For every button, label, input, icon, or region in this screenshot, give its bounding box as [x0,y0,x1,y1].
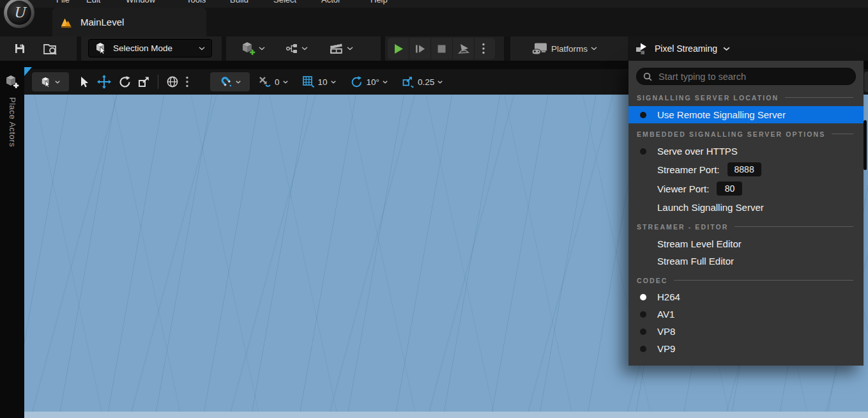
chevron-down-icon [236,81,241,84]
chevron-down-icon [301,47,308,50]
browse-content-button[interactable] [40,36,61,61]
rotate-tool[interactable] [116,72,133,91]
chevron-down-icon [591,47,597,50]
menu-select[interactable]: Select [273,0,296,4]
scale-snap-icon [402,75,415,88]
move-icon [97,75,111,89]
search-input[interactable] [657,71,849,82]
play-button[interactable] [388,38,409,59]
add-cube-icon [241,42,255,56]
section-title: STREAMER - EDITOR [637,223,728,231]
chevron-down-icon [383,81,388,84]
save-icon [13,42,26,55]
menu-actor[interactable]: Actor [321,0,340,4]
platforms-label: Platforms [551,44,588,54]
pixel-streaming-label[interactable]: Pixel Streaming [655,43,717,54]
scale-tool[interactable] [135,72,152,91]
menu-search-box [636,68,856,85]
streamer-port-row: Streamer Port: 8888 [628,160,864,179]
viewer-port-label: Viewer Port: [657,183,709,194]
place-actors-icon [5,75,19,89]
scale-snapping-control[interactable]: 0.25 [402,75,443,88]
add-content-button[interactable] [236,36,270,61]
menu-edit[interactable]: Edit [86,0,100,4]
scrollbar-thumb-sliver[interactable] [864,120,867,170]
menu-item-serve-over-https[interactable]: Serve over HTTPS [628,143,864,160]
menu-item-label: VP8 [657,326,675,337]
stop-button[interactable] [431,38,453,59]
tab-mainlevel[interactable]: MainLevel [52,8,206,36]
frame-skip-icon [415,43,426,54]
globe-icon [166,75,179,88]
world-local-toggle[interactable] [164,72,181,91]
section-rule [674,280,853,281]
viewport-options-button[interactable] [182,72,192,91]
select-tool-dropdown[interactable] [32,72,69,91]
place-actors-tab[interactable] [5,75,19,89]
grid-snapping-control[interactable]: 10 [302,75,336,88]
chevron-down-icon [283,81,288,84]
play-options-button[interactable] [475,38,492,59]
folder-search-icon [43,42,58,56]
menu-item-codec-av1[interactable]: AV1 [628,306,864,323]
main-toolbar: Selection Mode [0,36,868,61]
viewer-port-input[interactable]: 80 [717,182,742,196]
menu-item-launch-signalling-server[interactable]: Launch Signalling Server [628,198,864,216]
menu-bar: File Edit Window Tools Build Select Acto… [0,0,868,8]
play-icon [392,43,404,55]
streamer-port-input[interactable]: 8888 [727,162,761,176]
unreal-editor-window: File Edit Window Tools Build Select Acto… [0,0,868,418]
menu-window[interactable]: Window [126,0,155,4]
surface-snap-icon [257,75,271,88]
select-tool[interactable] [75,72,92,91]
place-actors-label[interactable]: Place Actors [8,97,17,147]
menu-item-stream-level-editor[interactable]: Stream Level Editor [628,235,864,252]
toolbar-divider [504,36,510,61]
kebab-menu-icon [482,43,485,54]
section-rule [785,97,853,98]
radio-dot [640,346,646,352]
menu-item-use-remote-signalling-server[interactable]: Use Remote Signalling Server [628,106,864,123]
platforms-dropdown[interactable]: Platforms [519,36,609,61]
save-button[interactable] [10,36,29,61]
rotation-snap-icon [350,75,363,89]
level-icon [61,17,73,28]
pixel-streaming-icon [635,43,648,55]
selection-mode-dropdown[interactable]: Selection Mode [88,39,212,58]
eject-button[interactable] [453,38,475,59]
section-title: CODEC [637,277,667,284]
frame-skip-button[interactable] [409,38,431,59]
selection-mode-icon [95,42,107,54]
rotation-snapping-control[interactable]: 10° [350,75,388,89]
viewport-horizon-strip [24,412,868,418]
toolbar-divider [381,36,385,61]
place-actors-sidebar: Place Actors [0,61,24,418]
radio-dot [640,311,646,318]
radio-dot [640,329,646,335]
move-tool[interactable] [96,72,112,91]
menu-item-codec-vp9[interactable]: VP9 [628,340,864,357]
tab-title: MainLevel [80,17,124,27]
menu-help[interactable]: Help [370,0,388,4]
section-streamer-editor: STREAMER - EDITOR [637,222,853,231]
eject-icon [457,43,470,54]
menu-file[interactable]: File [56,0,70,4]
magnet-icon [220,75,232,88]
menu-tools[interactable]: Tools [187,0,206,4]
menu-build[interactable]: Build [230,0,248,4]
menu-item-stream-full-editor[interactable]: Stream Full Editor [628,252,864,270]
chevron-down-icon [55,81,60,84]
chevron-down-icon[interactable] [723,47,730,51]
cinematics-button[interactable] [323,36,359,61]
menu-item-label: Launch Signalling Server [657,202,764,213]
menu-item-codec-h264[interactable]: H264 [628,288,864,306]
surface-snapping-control[interactable]: 0 [257,75,288,88]
menu-item-codec-vp8[interactable]: VP8 [628,323,864,340]
chevron-down-icon [347,47,353,50]
section-rule [832,134,853,134]
toolbar-divider [77,36,81,61]
menu-item-label: Stream Level Editor [657,238,742,249]
menu-item-label: VP9 [657,343,675,354]
blueprints-button[interactable] [280,36,313,61]
snapping-toggle-dropdown[interactable] [210,72,250,91]
